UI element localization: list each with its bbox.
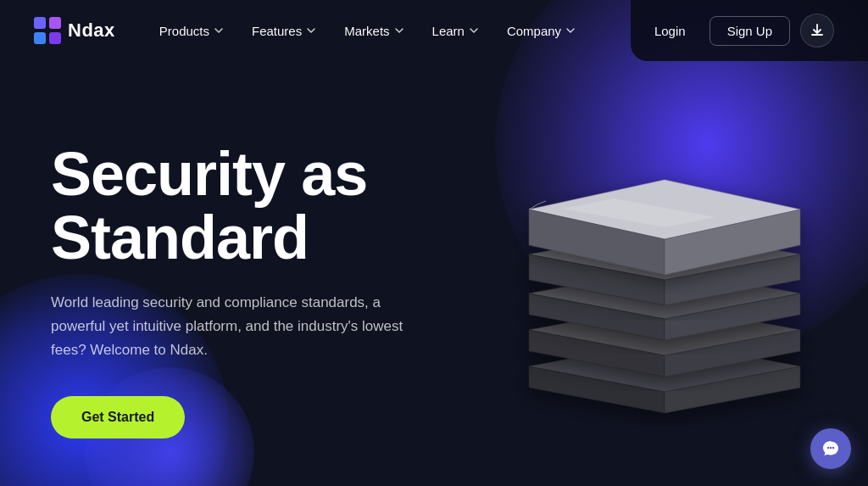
logo-text: Ndax (68, 20, 115, 42)
markets-chevron-icon (393, 25, 405, 36)
company-chevron-icon (565, 25, 576, 36)
hero-section: Security as Standard World leading secur… (0, 61, 868, 486)
download-button[interactable] (800, 14, 834, 47)
logo-icon (34, 17, 61, 44)
chat-icon (821, 439, 840, 458)
nav-learn[interactable]: Learn (422, 17, 490, 45)
nav-company[interactable]: Company (497, 17, 587, 45)
svg-rect-0 (34, 17, 46, 29)
hero-subtitle: World leading security and compliance st… (51, 291, 407, 362)
svg-rect-1 (49, 17, 61, 29)
download-icon (810, 23, 825, 38)
features-chevron-icon (305, 25, 317, 36)
svg-point-6 (832, 447, 834, 449)
nav-links: Products Features Markets Learn (149, 17, 587, 45)
chat-button[interactable] (810, 428, 851, 469)
signup-button[interactable]: Sign Up (709, 16, 790, 46)
svg-rect-2 (34, 32, 46, 44)
nav-products[interactable]: Products (149, 17, 235, 45)
svg-rect-3 (49, 32, 61, 44)
products-chevron-icon (213, 25, 225, 36)
hero-title: Security as Standard (51, 142, 492, 271)
logo[interactable]: Ndax (34, 17, 115, 44)
stack-3d-illustration (504, 103, 826, 426)
get-started-button[interactable]: Get Started (51, 396, 185, 439)
nav-markets[interactable]: Markets (334, 17, 415, 45)
nav-features[interactable]: Features (242, 17, 327, 45)
hero-visual (487, 78, 843, 451)
learn-chevron-icon (468, 25, 480, 36)
login-button[interactable]: Login (641, 17, 699, 45)
svg-point-5 (830, 447, 832, 449)
hero-content: Security as Standard World leading secur… (51, 142, 492, 439)
nav-right: Login Sign Up (641, 14, 834, 47)
svg-point-4 (827, 447, 829, 449)
